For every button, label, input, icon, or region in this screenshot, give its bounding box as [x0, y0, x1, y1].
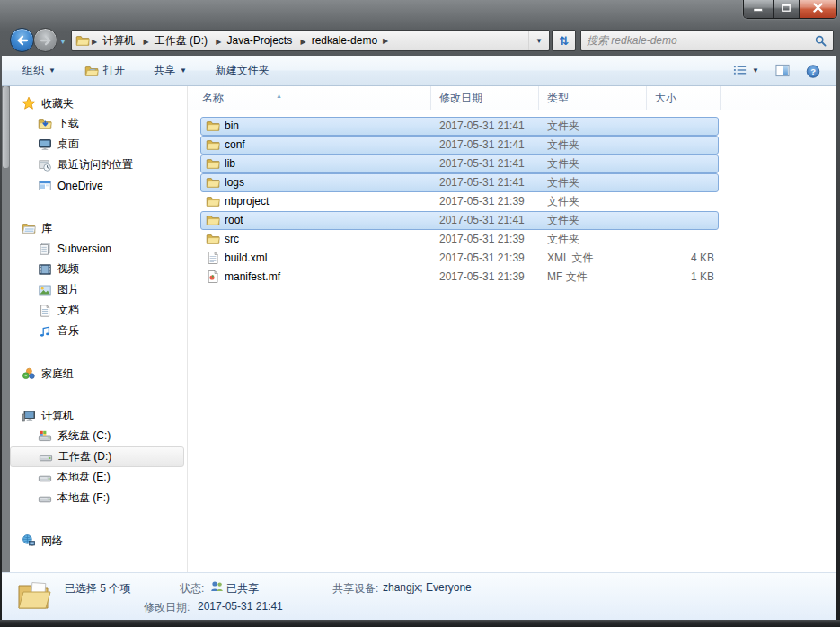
sidebar-group-header[interactable]: 家庭组: [10, 364, 187, 384]
file-row[interactable]: lib 2017-05-31 21:41 文件夹: [200, 155, 719, 173]
minimize-icon: [753, 3, 764, 15]
sidebar-item-label: 系统盘 (C:): [57, 428, 111, 444]
desktop-icon: [38, 137, 52, 152]
maximize-icon: [781, 3, 791, 15]
drive-icon: [38, 491, 52, 506]
details-pane: 已选择 5 个项 状态: 已共享 共享设备: zhangjx; Everyone…: [2, 572, 836, 620]
sidebar-item[interactable]: Subversion: [10, 238, 184, 259]
sidebar-item[interactable]: OneDrive: [10, 175, 184, 196]
breadcrumb-item[interactable]: Java-Projects: [223, 34, 296, 47]
window-bottom-border: [0, 620, 840, 627]
preview-pane-icon: [775, 64, 790, 78]
libraries-icon: [22, 221, 36, 235]
sidebar-item[interactable]: 视频: [10, 259, 184, 279]
file-size: [646, 212, 714, 229]
sidebar-item[interactable]: 最近访问的位置: [10, 155, 184, 175]
sidebar-item[interactable]: 系统盘 (C:): [10, 426, 184, 446]
selection-folder-icon: [16, 578, 54, 618]
file-row[interactable]: manifest.mf 2017-05-31 21:39 MF 文件 1 KB: [200, 268, 719, 287]
help-button[interactable]: ?: [802, 61, 824, 81]
file-date: 2017-05-31 21:39: [439, 250, 545, 267]
sidebar-scrollbar[interactable]: [2, 86, 10, 572]
sidebar-item[interactable]: 桌面: [10, 134, 184, 155]
file-date: 2017-05-31 21:41: [439, 137, 545, 154]
sidebar-item-label: 图片: [57, 282, 79, 297]
refresh-button[interactable]: ⇅: [552, 30, 576, 51]
sidebar-group: 收藏夹 下载 桌面 最近访问的位置: [10, 93, 187, 196]
file-row[interactable]: build.xml 2017-05-31 21:39 XML 文件 4 KB: [200, 249, 719, 268]
sidebar-group-header[interactable]: 网络: [10, 531, 187, 551]
file-size: [646, 137, 714, 154]
new-folder-button[interactable]: 新建文件夹: [208, 59, 278, 82]
file-row[interactable]: bin 2017-05-31 21:41 文件夹: [200, 117, 719, 136]
preview-pane-button[interactable]: [772, 61, 793, 81]
search-icon[interactable]: [815, 35, 833, 47]
organize-button[interactable]: 组织▼: [14, 59, 64, 82]
address-bar[interactable]: ▶计算机 ▶工作盘 (D:) ▶Java-Projects ▶redkale-d…: [71, 30, 550, 51]
file-name: build.xml: [225, 250, 431, 267]
breadcrumb-item[interactable]: 计算机: [99, 34, 138, 47]
column-header-name[interactable]: ▲ 名称: [188, 86, 431, 110]
open-button[interactable]: 打开: [76, 59, 133, 82]
share-button[interactable]: 共享▼: [146, 59, 195, 82]
file-date: 2017-05-31 21:41: [439, 174, 545, 191]
forward-button[interactable]: [33, 28, 57, 52]
network-icon: [22, 534, 36, 548]
documents-icon: [38, 304, 52, 318]
file-row[interactable]: src 2017-05-31 21:39 文件夹: [200, 230, 719, 249]
sidebar-group-header[interactable]: 库: [10, 218, 187, 238]
search-input[interactable]: [581, 34, 815, 47]
folder-icon: [206, 119, 220, 136]
shared-with-value: zhangjx; Everyone: [383, 581, 472, 594]
scrollbar-thumb[interactable]: [3, 86, 9, 168]
column-header-date[interactable]: 修改日期: [431, 86, 539, 110]
open-folder-icon: [84, 64, 99, 78]
back-button[interactable]: [10, 28, 34, 52]
file-row[interactable]: conf 2017-05-31 21:41 文件夹: [200, 136, 719, 155]
breadcrumb-separator-icon: ▶: [381, 37, 390, 45]
sidebar-group-label: 库: [41, 221, 52, 236]
back-arrow-icon: [15, 33, 30, 48]
sidebar-item-label: 音乐: [57, 323, 79, 339]
change-view-button[interactable]: ▼: [729, 61, 763, 81]
sidebar-item[interactable]: 本地盘 (E:): [10, 467, 184, 488]
sidebar-group-header[interactable]: 计算机: [10, 406, 187, 426]
address-dropdown-icon[interactable]: ▼: [528, 31, 549, 50]
sidebar-item[interactable]: 下载: [10, 113, 184, 134]
recent-pages-dropdown[interactable]: ▼: [59, 38, 66, 46]
sidebar-item[interactable]: 图片: [10, 279, 184, 300]
sidebar-item[interactable]: 本地盘 (F:): [10, 488, 184, 508]
sidebar-group-label: 家庭组: [41, 366, 74, 382]
file-row[interactable]: root 2017-05-31 21:41 文件夹: [200, 211, 719, 230]
music-icon: [38, 324, 52, 339]
search-box[interactable]: [580, 30, 834, 51]
column-header-type[interactable]: 类型: [539, 86, 647, 110]
library-icon: [38, 242, 52, 256]
breadcrumb-item[interactable]: redkale-demo: [308, 34, 381, 47]
close-button[interactable]: [800, 0, 836, 18]
file-name: manifest.mf: [225, 269, 431, 286]
sidebar-group-header[interactable]: 收藏夹: [10, 93, 187, 113]
explorer-window: ▼ ▶计算机 ▶工作盘 (D:) ▶Java-Projects ▶redkale…: [0, 0, 840, 627]
breadcrumb-separator-icon: ▶: [214, 38, 223, 46]
maximize-button[interactable]: [774, 0, 800, 18]
sidebar-item[interactable]: 工作盘 (D:): [10, 446, 184, 467]
mf-file-icon: [206, 269, 220, 287]
chevron-down-icon: ▼: [752, 66, 759, 75]
folder-icon: [206, 156, 220, 173]
file-row[interactable]: nbproject 2017-05-31 21:39 文件夹: [200, 192, 719, 211]
open-label: 打开: [103, 63, 125, 78]
forward-arrow-icon: [39, 33, 53, 48]
file-size: 4 KB: [646, 250, 714, 267]
sidebar-item[interactable]: 文档: [10, 300, 184, 321]
column-header-size[interactable]: 大小: [647, 86, 721, 110]
file-type: 文件夹: [547, 174, 644, 191]
command-toolbar: 组织▼ 打开 共享▼ 新建文件夹 ▼ ?: [2, 56, 836, 86]
breadcrumb-item[interactable]: 工作盘 (D:): [151, 34, 211, 47]
address-folder-icon: [75, 33, 90, 48]
file-date: 2017-05-31 21:39: [439, 231, 545, 248]
sidebar-item[interactable]: 音乐: [10, 321, 184, 341]
file-size: [646, 174, 714, 191]
minimize-button[interactable]: [744, 0, 774, 18]
file-row[interactable]: logs 2017-05-31 21:41 文件夹: [200, 173, 719, 192]
